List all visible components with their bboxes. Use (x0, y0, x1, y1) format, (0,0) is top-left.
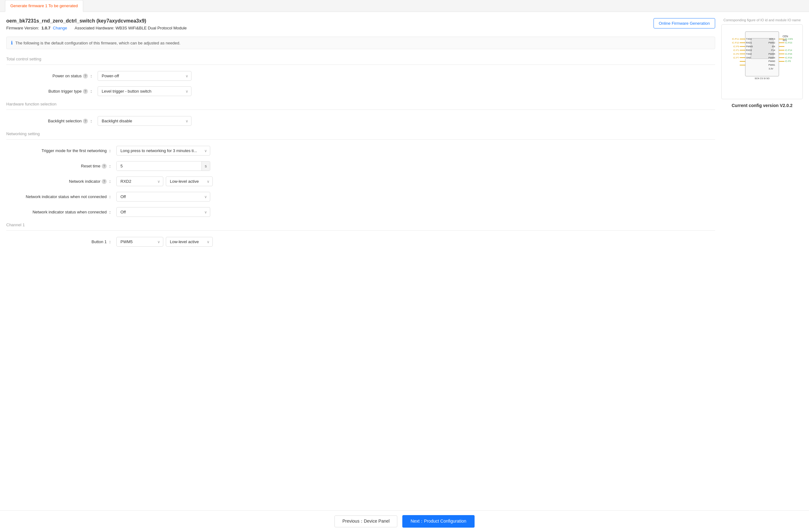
svg-text:PWM4: PWM4 (768, 57, 775, 59)
backlight-select[interactable]: Backlight disable Backlight enable (98, 116, 191, 126)
backlight-label: Backlight selection ? ： (6, 118, 94, 124)
svg-text:RXD2: RXD2 (746, 49, 752, 52)
firmware-version-label: Firmware Version: 1.0.7 Change (6, 25, 67, 30)
svg-text:IC-P1: IC-P1 (733, 49, 739, 52)
network-indicator-label: Network indicator ? ： (6, 179, 113, 184)
svg-text:RXD1: RXD1 (746, 41, 752, 44)
not-connected-row: Network indicator status when not connec… (6, 192, 715, 202)
tab-generate-firmware[interactable]: Generate firmware 1 To be generated (5, 0, 83, 12)
divider-2 (6, 109, 715, 110)
not-connected-select-wrapper: Off On Slow blink Fast blink (116, 192, 210, 202)
button1-label: Button 1 ： (6, 239, 113, 245)
power-on-select[interactable]: Power-off Power-on Memory (98, 71, 191, 81)
button-trigger-help-icon[interactable]: ? (83, 89, 88, 94)
chip-svg: WB3S 101 CEN (725, 28, 799, 95)
svg-text:3.3V: 3.3V (769, 68, 773, 70)
reset-time-label: Reset time ? ： (6, 164, 113, 169)
button1-pin-select[interactable]: PWM5 PWM0 PWM1 PWM2 PWM3 PWM4 (116, 237, 163, 246)
svg-text:PWM1: PWM1 (768, 64, 775, 66)
info-icon: ℹ (11, 40, 13, 46)
network-indicator-level-wrapper: Low-level active High-level active (166, 176, 213, 186)
change-link[interactable]: Change (53, 25, 67, 30)
power-on-label: Power on status ? ： (6, 73, 94, 79)
right-panel: Corresponding figure of IO id and module… (721, 18, 803, 504)
firmware-version-value: 1.0.7 (41, 25, 50, 30)
button-trigger-select-wrapper: Level trigger - button switch Edge trigg… (98, 86, 191, 96)
power-on-help-icon[interactable]: ? (83, 73, 88, 79)
svg-text:PWM5: PWM5 (768, 53, 775, 55)
trigger-mode-label: Trigger mode for the first networking ： (6, 148, 113, 154)
trigger-mode-select-wrapper: Long press to networking for 3 minutes t… (116, 146, 210, 156)
connected-select[interactable]: Off On Slow blink Fast blink (116, 207, 210, 217)
channel1-section: Channel 1 Button 1 ： PWM5 PWM0 PWM1 (6, 223, 715, 246)
svg-text:IC-P10: IC-P10 (732, 41, 739, 44)
reset-time-input-wrapper: s (116, 161, 210, 171)
divider-1 (6, 65, 715, 65)
connected-select-wrapper: Off On Slow blink Fast blink (116, 207, 210, 217)
svg-text:IC-P0: IC-P0 (733, 53, 739, 55)
tab-label: Generate firmware 1 To be generated (10, 3, 78, 8)
networking-title: Networking setting (6, 132, 715, 136)
tab-bar: Generate firmware 1 To be generated (0, 0, 809, 12)
power-on-select-wrapper: Power-off Power-on Memory (98, 71, 191, 81)
svg-text:TXD2: TXD2 (746, 53, 752, 55)
svg-text:IC-P26: IC-P26 (785, 53, 792, 55)
left-panel: oem_bk7231s_rnd_zero_dctrl_switch (key7a… (6, 18, 715, 504)
diagram-label: Corresponding figure of IO id and module… (721, 18, 803, 22)
reset-time-input[interactable] (117, 161, 202, 171)
power-on-row: Power on status ? ： Power-off Power-on M… (6, 71, 715, 81)
not-connected-label: Network indicator status when not connec… (6, 194, 113, 200)
svg-text:GND: GND (746, 57, 751, 59)
reset-time-help-icon[interactable]: ? (102, 164, 107, 169)
button1-pin-wrapper: PWM5 PWM0 PWM1 PWM2 PWM3 PWM4 (116, 237, 163, 246)
backlight-row: Backlight selection ? ： Backlight disabl… (6, 116, 715, 126)
network-indicator-help-icon[interactable]: ? (102, 179, 107, 184)
info-banner: ℹ The following is the default configura… (6, 37, 715, 49)
button-trigger-select[interactable]: Level trigger - button switch Edge trigg… (98, 86, 191, 96)
total-control-title: Total control setting (6, 57, 715, 61)
hardware-function-title: Hardware function selection (6, 102, 715, 106)
channel1-title: Channel 1 (6, 223, 715, 227)
header-info: oem_bk7231s_rnd_zero_dctrl_switch (key7a… (6, 18, 187, 30)
button1-selects: PWM5 PWM0 PWM1 PWM2 PWM3 PWM4 Low-level … (116, 237, 213, 246)
trigger-mode-row: Trigger mode for the first networking ： … (6, 146, 715, 156)
svg-text:IC-CEN: IC-CEN (785, 38, 793, 40)
not-connected-select[interactable]: Off On Slow blink Fast blink (116, 192, 210, 202)
backlight-help-icon[interactable]: ? (83, 119, 88, 124)
total-control-section: Total control setting Power on status ? … (6, 57, 715, 96)
svg-text:P14: P14 (771, 49, 775, 52)
svg-text:IC-P23: IC-P23 (785, 41, 792, 44)
svg-text:IC-P14: IC-P14 (785, 49, 792, 52)
button1-level-select[interactable]: Low-level active High-level active (166, 237, 213, 246)
network-indicator-row: Network indicator ? ： RXD2 PWM0 PWM1 (6, 176, 715, 186)
connected-label: Network indicator status when connected … (6, 209, 113, 215)
svg-text:TXD1: TXD1 (746, 38, 752, 40)
button1-row: Button 1 ： PWM5 PWM0 PWM1 PWM2 PWM3 PWM4 (6, 237, 715, 246)
svg-text:IC-P24: IC-P24 (785, 57, 792, 59)
header-section: oem_bk7231s_rnd_zero_dctrl_switch (key7a… (6, 18, 715, 30)
network-indicator-level-select[interactable]: Low-level active High-level active (166, 176, 213, 186)
reset-time-row: Reset time ? ： s (6, 161, 715, 171)
backlight-select-wrapper: Backlight disable Backlight enable (98, 116, 191, 126)
previous-button[interactable]: Previous：Device Panel (334, 515, 397, 527)
network-indicator-pin-wrapper: RXD2 PWM0 PWM1 (116, 176, 163, 186)
bottom-bar: Previous：Device Panel Next：Product Confi… (0, 510, 809, 532)
associated-hardware: Associated Hardware: WB3S WiFi&BLE Dual … (74, 25, 187, 30)
svg-text:EN: EN (772, 45, 775, 48)
svg-text:IC-P7: IC-P7 (733, 57, 739, 59)
svg-text:IC-P6: IC-P6 (785, 60, 791, 63)
network-indicator-selects: RXD2 PWM0 PWM1 Low-level active High-lev… (116, 176, 213, 186)
button-trigger-label: Button trigger type ? ： (6, 89, 94, 94)
svg-text:CEN: CEN (782, 35, 788, 38)
next-button[interactable]: Next：Product Configuration (402, 515, 474, 528)
firmware-title: oem_bk7231s_rnd_zero_dctrl_switch (key7a… (6, 18, 187, 24)
svg-text:PWM2: PWM2 (768, 41, 775, 44)
online-firmware-button[interactable]: Online Firmware Generation (654, 18, 715, 29)
hardware-function-section: Hardware function selection Backlight se… (6, 102, 715, 126)
svg-text:PWM0: PWM0 (768, 60, 775, 63)
button1-level-wrapper: Low-level active High-level active (166, 237, 213, 246)
svg-text:ADC3: ADC3 (769, 38, 775, 40)
network-indicator-pin-select[interactable]: RXD2 PWM0 PWM1 (116, 176, 163, 186)
trigger-mode-select[interactable]: Long press to networking for 3 minutes t… (116, 146, 210, 156)
svg-text:SCK CS SI SO: SCK CS SI SO (755, 77, 770, 80)
